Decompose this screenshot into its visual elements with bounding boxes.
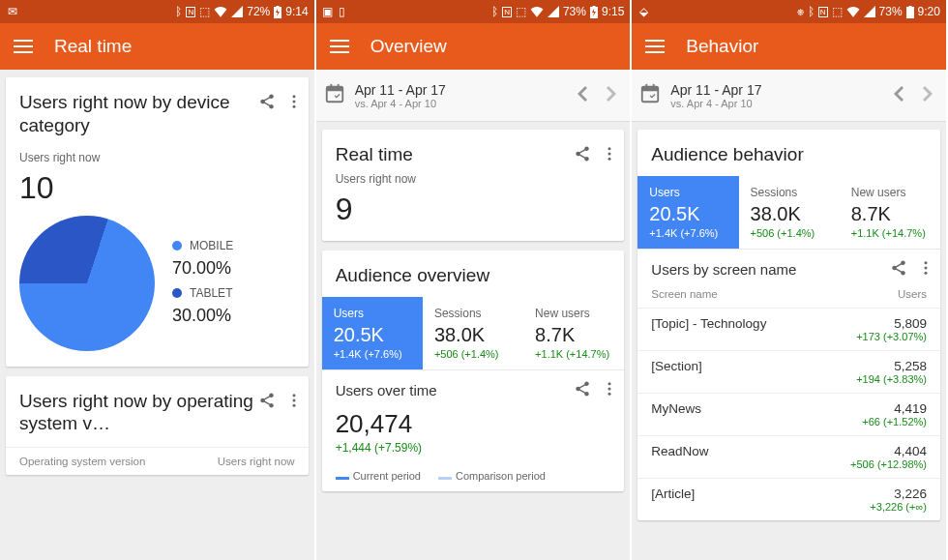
svg-rect-0 (274, 7, 281, 18)
calendar-icon (324, 83, 345, 108)
share-icon[interactable] (258, 392, 276, 413)
svg-point-25 (608, 393, 611, 396)
table-row[interactable]: [Topic] - Technology5,809+173 (+3.07%) (637, 308, 940, 350)
date-range-bar[interactable]: Apr 11 - Apr 17 vs. Apr 4 - Apr 10 (632, 70, 946, 122)
metric-value: 38.0K (751, 203, 832, 225)
row-value: 3,226 (870, 486, 927, 501)
svg-rect-15 (330, 51, 349, 53)
col-os-version: Operating system version (19, 456, 145, 467)
briefcase-icon: ▯ (339, 5, 345, 18)
svg-point-6 (292, 101, 295, 103)
svg-point-23 (608, 382, 611, 385)
users-over-time-value: 20,474 (322, 407, 625, 439)
legend-pct: 70.00% (172, 258, 295, 279)
table-row[interactable]: [Article]3,226+3,226 (+∞) (637, 478, 940, 520)
more-icon[interactable] (601, 380, 618, 401)
mail-icon: ✉ (8, 5, 17, 18)
vibrate-icon: ⬚ (832, 5, 843, 18)
svg-rect-13 (330, 40, 349, 42)
svg-rect-12 (592, 6, 595, 8)
card-title: Real time (336, 143, 575, 166)
share-icon[interactable] (890, 259, 907, 280)
signal-icon (231, 6, 243, 17)
screen-realtime: ✉ ᛒ N ⬚ 72% 9:14 Real time Users right n… (0, 0, 316, 560)
card-audience-overview[interactable]: Audience overview Users 20.5K +1.4K (+7.… (322, 251, 625, 491)
app-bar: Overview (316, 23, 631, 70)
row-name: MyNews (651, 401, 701, 416)
battery-percent: 72% (247, 5, 270, 18)
metric-value: 20.5K (334, 324, 415, 346)
legend-label: MOBILE (190, 239, 233, 252)
wifi-icon (214, 6, 227, 17)
dropbox-icon: ⬙ (639, 5, 648, 18)
table-row[interactable]: ReadNow4,404+506 (+12.98%) (637, 435, 940, 478)
metric-sessions[interactable]: Sessions 38.0K +506 (+1.4%) (739, 176, 840, 249)
more-icon[interactable] (285, 392, 303, 413)
metric-delta: +1.4K (+7.6%) (334, 348, 415, 360)
clock-time: 9:15 (602, 5, 624, 18)
table-row[interactable]: [Section]5,258+194 (+3.83%) (637, 350, 940, 393)
chevron-left-icon[interactable] (894, 86, 904, 105)
page-title: Overview (370, 36, 447, 57)
row-value: 4,419 (862, 401, 927, 416)
more-icon[interactable] (601, 145, 618, 166)
row-name: [Topic] - Technology (651, 316, 766, 331)
row-value: 5,258 (856, 359, 927, 373)
svg-rect-2 (14, 40, 33, 42)
share-icon[interactable] (574, 145, 591, 166)
date-compare: vs. Apr 4 - Apr 10 (670, 98, 894, 109)
svg-rect-3 (14, 45, 33, 47)
app-bar: Behavior (632, 23, 946, 70)
bluetooth-icon: ᛒ (808, 5, 815, 18)
vibrate-icon: ⬚ (516, 5, 526, 18)
metric-new-users[interactable]: New users 8.7K +1.1K (+14.7%) (840, 176, 940, 249)
wifi-icon (530, 6, 544, 17)
nfc-icon: N (502, 7, 512, 17)
legend-label: TABLET (190, 286, 232, 300)
page-title: Real time (54, 36, 132, 57)
metric-new-users[interactable]: New users 8.7K +1.1K (+14.7%) (523, 297, 624, 369)
content: Users right now by device category Users… (0, 70, 314, 560)
users-over-time-label: Users over time (336, 382, 575, 398)
date-range-bar[interactable]: Apr 11 - Apr 17 vs. Apr 4 - Apr 10 (316, 70, 631, 122)
metric-label: Sessions (751, 186, 832, 199)
legend-swatch-comparison (438, 477, 452, 480)
row-delta: +3,226 (+∞) (870, 501, 927, 513)
metric-value: 8.7K (851, 203, 933, 225)
col-users: Users (898, 288, 927, 300)
row-delta: +194 (+3.83%) (856, 373, 927, 385)
metric-users[interactable]: Users 20.5K +1.4K (+7.6%) (637, 176, 738, 249)
svg-rect-19 (337, 83, 339, 87)
card-audience-behavior[interactable]: Audience behavior Users 20.5K +1.4K (+7.… (637, 130, 940, 520)
share-icon[interactable] (574, 380, 591, 401)
card-device-category[interactable]: Users right now by device category Users… (6, 77, 309, 367)
metric-value: 38.0K (434, 324, 516, 346)
content: Real time Users right now 9 Audience ove… (316, 122, 631, 560)
nfc-icon: N (186, 7, 195, 17)
more-icon[interactable] (285, 93, 303, 114)
clock-time: 9:14 (285, 5, 308, 18)
menu-icon[interactable] (330, 40, 349, 53)
row-name: [Article] (651, 486, 695, 501)
card-sublabel: Users right now (322, 170, 625, 186)
metric-label: Users (334, 307, 415, 320)
metric-users[interactable]: Users 20.5K +1.4K (+7.6%) (322, 297, 423, 369)
menu-icon[interactable] (645, 40, 665, 53)
metric-sessions[interactable]: Sessions 38.0K +506 (+1.4%) (423, 297, 523, 369)
more-icon[interactable] (917, 259, 934, 280)
share-icon[interactable] (258, 93, 276, 114)
chevron-right-icon[interactable] (923, 86, 933, 105)
chevron-right-icon[interactable] (607, 86, 616, 105)
card-title: Audience overview (336, 264, 619, 287)
chevron-left-icon[interactable] (578, 86, 587, 105)
legend-dot-tablet (172, 288, 182, 298)
menu-icon[interactable] (14, 40, 33, 53)
table-row[interactable]: MyNews4,419+66 (+1.52%) (637, 393, 940, 435)
svg-point-7 (292, 105, 295, 108)
list-title: Users by screen name (651, 261, 890, 278)
card-realtime[interactable]: Real time Users right now 9 (322, 130, 625, 241)
image-icon: ▣ (322, 5, 333, 18)
card-title: Users right now by operating system v… (19, 390, 258, 436)
card-os-version[interactable]: Users right now by operating system v… O… (6, 376, 309, 476)
svg-point-37 (924, 272, 927, 275)
